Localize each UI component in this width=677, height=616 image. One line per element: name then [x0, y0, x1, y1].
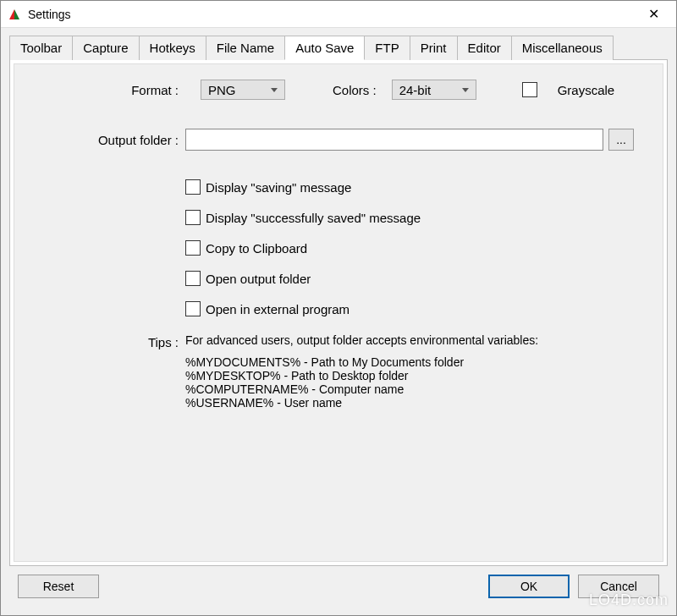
tab-hotkeys[interactable]: Hotkeys	[139, 36, 206, 60]
tab-capture[interactable]: Capture	[72, 36, 139, 60]
button-bar: Reset OK Cancel	[9, 566, 668, 607]
grayscale-label: Grayscale	[558, 83, 615, 97]
format-dropdown[interactable]: PNG	[201, 80, 285, 100]
tab-panel: Format : PNG Colors : 24-bit Grayscale	[9, 59, 668, 566]
tips-line: %MYDESKTOP% - Path to Desktop folder	[185, 369, 634, 382]
open-external-label: Open in external program	[206, 302, 350, 316]
open-output-label: Open output folder	[206, 272, 311, 286]
output-folder-label: Output folder :	[43, 133, 185, 147]
format-label: Format :	[43, 83, 185, 97]
format-value: PNG	[208, 83, 236, 97]
tab-strip: Toolbar Capture Hotkeys File Name Auto S…	[9, 35, 668, 59]
titlebar: Settings ✕	[1, 1, 676, 28]
display-saving-label: Display "saving" message	[206, 180, 351, 195]
cancel-button[interactable]: Cancel	[578, 575, 659, 598]
close-icon[interactable]: ✕	[638, 6, 669, 22]
tips-intro: For advanced users, output folder accept…	[185, 333, 634, 347]
tips-line: %USERNAME% - User name	[185, 396, 634, 410]
tab-print[interactable]: Print	[410, 36, 458, 60]
grayscale-checkbox[interactable]	[522, 82, 537, 97]
browse-button[interactable]: ...	[608, 129, 634, 151]
chevron-down-icon	[271, 88, 278, 92]
chevron-down-icon	[462, 88, 469, 92]
tips-label: Tips :	[43, 333, 185, 349]
reset-button[interactable]: Reset	[18, 575, 99, 598]
display-saved-label: Display "successfully saved" message	[206, 211, 421, 225]
app-icon	[8, 8, 21, 21]
open-output-checkbox[interactable]	[185, 271, 201, 286]
copy-clipboard-label: Copy to Clipboard	[206, 241, 307, 256]
colors-label: Colors :	[333, 83, 377, 97]
tips-line: %COMPUTERNAME% - Computer name	[185, 382, 634, 396]
tab-auto-save[interactable]: Auto Save	[284, 36, 365, 60]
tab-ftp[interactable]: FTP	[364, 36, 410, 60]
tab-file-name[interactable]: File Name	[206, 36, 285, 60]
client-area: Toolbar Capture Hotkeys File Name Auto S…	[1, 28, 676, 615]
display-saving-checkbox[interactable]	[185, 179, 201, 195]
copy-clipboard-checkbox[interactable]	[185, 240, 201, 256]
output-folder-input[interactable]	[185, 129, 603, 151]
tab-toolbar[interactable]: Toolbar	[9, 36, 73, 60]
tab-editor[interactable]: Editor	[457, 36, 512, 60]
display-saved-checkbox[interactable]	[185, 210, 201, 225]
auto-save-panel: Format : PNG Colors : 24-bit Grayscale	[14, 63, 663, 562]
tab-miscellaneous[interactable]: Miscellaneous	[511, 36, 614, 60]
colors-dropdown[interactable]: 24-bit	[392, 80, 476, 100]
window-title: Settings	[28, 8, 631, 21]
colors-value: 24-bit	[399, 83, 432, 97]
tips-line: %MYDOCUMENTS% - Path to My Documents fol…	[185, 355, 634, 369]
ok-button[interactable]: OK	[488, 575, 570, 598]
settings-window: Settings ✕ Toolbar Capture Hotkeys File …	[0, 0, 677, 616]
open-external-checkbox[interactable]	[185, 301, 201, 316]
